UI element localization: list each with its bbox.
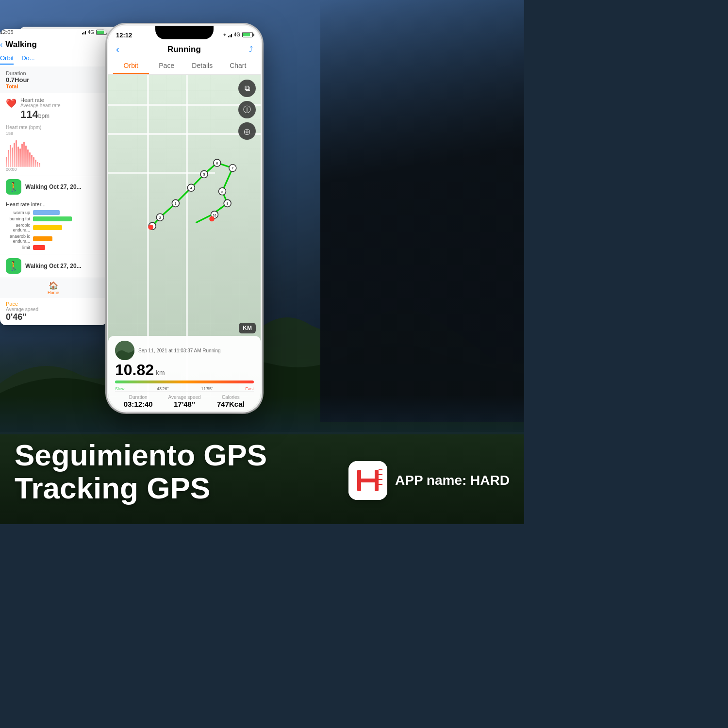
photo-svg [115, 341, 134, 360]
stat-calories-label: Calories [208, 395, 254, 400]
phone-battery [242, 32, 253, 37]
phone-sig-1 [228, 36, 229, 37]
left-duration-label: Duration [6, 70, 101, 76]
km-badge: KM [239, 323, 256, 333]
gps-route-svg: 1 2 3 4 5 6 7 8 9 10 [108, 75, 261, 241]
signal-bar-1 [82, 33, 83, 34]
hr-info: Heart rate Average heart rate 114bpm [20, 97, 61, 121]
phone-sig-3 [231, 34, 232, 37]
left-status-bar: 12:05 4G [0, 29, 107, 35]
headline-line-2: Tracking GPS [15, 472, 348, 505]
map-locate-button[interactable]: ◎ [238, 122, 256, 140]
signal-bars [82, 30, 86, 34]
phone-map: 1 2 3 4 5 6 7 8 9 10 [108, 75, 261, 411]
hr-bar [37, 162, 38, 167]
zone-aerobic-label: aerobic endura... [6, 223, 30, 232]
heart-rate-icon: ❤️ [6, 98, 17, 109]
hr-interval-section: Heart rate inter... warm up burning fat … [0, 198, 107, 254]
hr-bar [23, 142, 25, 167]
activity-summary-card: Sep 11, 2021 at 11:03:37 AM Running 10.8… [108, 336, 261, 411]
map-layers-button[interactable]: ⧉ [238, 80, 256, 97]
phone-time: 12:12 [116, 31, 132, 39]
tab-orbit[interactable]: Orbit [113, 58, 149, 74]
nav-home[interactable]: 🏠 Home [48, 281, 59, 295]
hr-bar [25, 146, 27, 167]
bottom-right: APP name: HARD [348, 461, 510, 500]
hr-max-val: 158 [6, 131, 13, 136]
act-stat-calories: Calories 747Kcal [208, 395, 254, 408]
hr-bar [35, 160, 36, 167]
left-back-arrow[interactable]: ‹ [0, 40, 2, 49]
left-network: 4G [88, 30, 94, 35]
hr-bar [19, 149, 21, 167]
zone-warmup-label: warm up [6, 210, 30, 215]
hr-interval-label: Heart rate inter... [6, 201, 101, 207]
left-duration-value: 0.7Hour [6, 76, 101, 83]
left-panel: 12:05 4G ‹ Walking Orbit Do... Duration … [0, 29, 107, 325]
layers-icon: ⧉ [245, 84, 250, 93]
tab-chart[interactable]: Chart [220, 58, 256, 74]
left-title: Walking [5, 40, 37, 50]
zone-limit-label: limit [6, 245, 30, 250]
zone-fat-label: burning fat [6, 216, 30, 221]
left-back-row: ‹ Walking [0, 37, 107, 52]
phone-location-icon: ⌖ [223, 32, 226, 38]
left-tab-orbit[interactable]: Orbit [0, 54, 14, 65]
bottom-left: Seguimiento GPS Tracking GPS [15, 439, 348, 505]
left-total-label: Total [6, 83, 101, 89]
hr-unit: bpm [38, 113, 50, 119]
end-marker [209, 216, 215, 222]
start-marker [148, 225, 153, 230]
nav-home-label: Home [48, 290, 59, 295]
stat-duration-value: 03:12:40 [115, 400, 161, 408]
waypoint-5-label: 5 [203, 173, 205, 176]
phone-network: 4G [234, 32, 240, 37]
zone-limit-bar [33, 245, 45, 250]
walking-act-icon: 🚶 [6, 179, 21, 195]
phone-back-button[interactable]: ‹ [116, 44, 119, 55]
headline-line-1: Seguimiento GPS [15, 439, 348, 472]
bottom-section: Seguimiento GPS Tracking GPS APP name: H… [0, 408, 524, 524]
person-silhouette [320, 0, 524, 422]
pace-value: 0'46'' [6, 312, 101, 322]
walking-stat-title: Walking Oct 27, 20... [25, 183, 82, 190]
phone-status-icons: ⌖ 4G [223, 32, 253, 38]
act-photo [115, 341, 134, 360]
waypoint-2-label: 2 [159, 216, 161, 219]
left-tabs: Orbit Do... [0, 52, 107, 66]
info-icon: ⓘ [243, 105, 251, 115]
tab-pace[interactable]: Pace [149, 58, 185, 74]
pace-bar-labels: Slow 43'26" 11'55" Fast [115, 386, 254, 391]
left-battery-fill [97, 31, 104, 34]
hr-interval-bars: warm up burning fat aerobic endura... an… [6, 210, 101, 250]
tab-details[interactable]: Details [184, 58, 220, 74]
left-battery [96, 30, 107, 35]
hr-sublabel: Average heart rate [20, 103, 61, 108]
hr-bar [16, 140, 17, 167]
app-icon [348, 461, 387, 500]
act-stat-speed: Average speed 17'48'' [161, 395, 207, 408]
left-tab-do[interactable]: Do... [21, 54, 34, 65]
phone-share-button[interactable]: ⤴ [249, 45, 253, 54]
pace-fast-label: Fast [245, 386, 254, 391]
waypoint-9-label: 9 [227, 202, 229, 205]
zone-fat-bar [33, 216, 72, 221]
phone-sig-2 [230, 35, 231, 37]
zone-fat-row: burning fat [6, 216, 101, 221]
act-summary-header: Sep 11, 2021 at 11:03:37 AM Running [115, 341, 254, 360]
left-time: 12:05 [0, 29, 14, 35]
hr-bar [27, 149, 29, 167]
zone-warmup-bar [33, 210, 60, 215]
walking-card-2[interactable]: 🚶 Walking Oct 27, 20... [0, 254, 107, 278]
hr-bar [17, 147, 19, 167]
pace-slow-value: 43'26" [157, 386, 169, 391]
hr-bars [6, 138, 101, 167]
locate-icon: ◎ [244, 127, 250, 136]
app-icon-svg [348, 461, 387, 500]
signal-bar-3 [85, 31, 86, 34]
lp-bottom-cards: 🚶 Walking Oct 27, 20... [0, 254, 107, 278]
svg-rect-4 [375, 470, 379, 491]
zone-anaerobic-row: anaerob ic endura... [6, 234, 101, 244]
map-info-button[interactable]: ⓘ [238, 101, 256, 118]
walking-card-2-icon: 🚶 [6, 258, 21, 274]
